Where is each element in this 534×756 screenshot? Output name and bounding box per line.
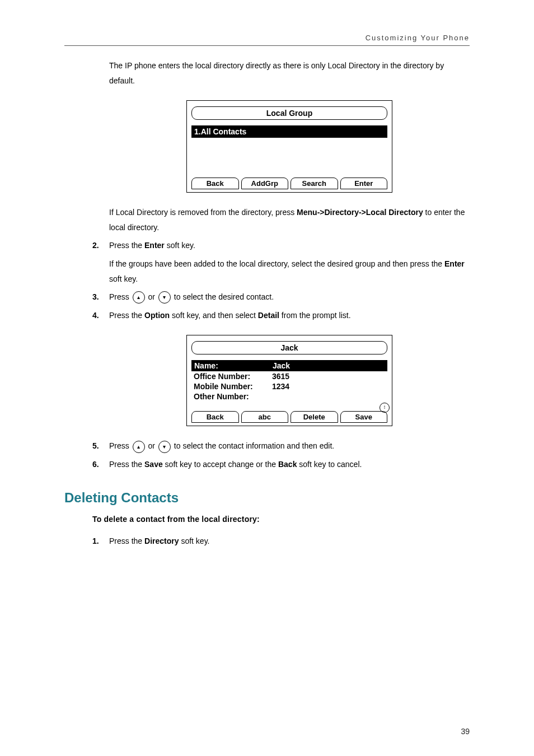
lcd-field-row: Mobile Number:1234	[191, 381, 387, 391]
softkey-back: Back	[191, 178, 239, 189]
bold-term: Enter	[444, 259, 465, 268]
bold-term: Directory	[144, 536, 179, 545]
section-heading-deleting-contacts: Deleting Contacts	[64, 490, 470, 506]
step-item: 2.Press the Enter soft key.If the groups…	[64, 238, 470, 286]
header-rule	[64, 45, 470, 46]
lcd-field-row: Other Number:	[191, 391, 387, 402]
step-number: 3.	[92, 290, 99, 305]
step-number: 6.	[92, 457, 99, 472]
lcd-field-row: Name:Jack	[191, 360, 387, 371]
step-text: Press the Enter soft key.	[109, 241, 195, 250]
figure-contact-detail: Jack Name:JackOffice Number:3615Mobile N…	[109, 335, 470, 426]
lcd-softkeys: BackabcDeleteSave	[191, 410, 387, 422]
bold-term: Detail	[258, 311, 279, 320]
bold-term: Save	[144, 460, 163, 469]
bold-term: Option	[144, 311, 170, 320]
nav-down-icon: ▾	[158, 291, 171, 304]
step-item: 4.Press the Option soft key, and then se…	[64, 308, 470, 323]
nav-up-icon: ▴	[133, 441, 145, 453]
lcd-field-value	[272, 392, 385, 401]
after-figure1-paragraph: If Local Directory is removed from the d…	[109, 205, 470, 235]
lcd-field-value: 3615	[272, 372, 385, 381]
menu-path: Menu->Directory->Local Directory	[297, 208, 423, 217]
lcd-screen-1: Local Group 1.All Contacts BackAddGrpSea…	[186, 100, 392, 193]
figure-local-group: Local Group 1.All Contacts BackAddGrpSea…	[109, 100, 470, 193]
step-number: 1.	[92, 534, 99, 549]
bold-term: Enter	[144, 241, 165, 250]
step-text: Press the Save soft key to accept change…	[109, 460, 362, 469]
lcd-field-label: Name:	[194, 361, 273, 370]
step-text: Press the Directory soft key.	[109, 536, 209, 545]
step-item: 6.Press the Save soft key to accept chan…	[64, 457, 470, 472]
softkey-addgrp: AddGrp	[241, 178, 289, 189]
step-item: 3.Press ▴ or ▾ to select the desired con…	[64, 290, 470, 305]
subheading: To delete a contact from the local direc…	[92, 515, 470, 524]
steps-list-c: 1.Press the Directory soft key.	[64, 534, 470, 549]
step-body: If the groups have been added to the loc…	[109, 256, 470, 286]
lcd-field-label: Mobile Number:	[194, 382, 272, 391]
lcd-body: Name:JackOffice Number:3615Mobile Number…	[191, 360, 387, 410]
step-text: Press ▴ or ▾ to select the desired conta…	[109, 292, 274, 301]
lcd-field-label: Office Number:	[194, 372, 272, 381]
step-number: 2.	[92, 238, 99, 253]
softkey-delete: Delete	[291, 411, 338, 423]
lcd-softkeys: BackAddGrpSearchEnter	[191, 177, 387, 189]
step-number: 5.	[92, 438, 99, 454]
lcd-title: Local Group	[191, 106, 387, 120]
step-text: Press ▴ or ▾ to select the contact infor…	[109, 441, 334, 450]
lcd-field-value: Jack	[273, 361, 385, 370]
bold-term: Back	[278, 460, 297, 469]
nav-up-icon: ▴	[133, 291, 145, 304]
steps-list-a: 2.Press the Enter soft key.If the groups…	[64, 238, 470, 323]
softkey-back: Back	[191, 411, 239, 423]
lcd-screen-2: Jack Name:JackOffice Number:3615Mobile N…	[186, 335, 392, 426]
softkey-search: Search	[291, 178, 338, 189]
text-fragment: If Local Directory is removed from the d…	[109, 208, 297, 217]
nav-down-icon: ▾	[158, 441, 171, 453]
intro-text: The IP phone enters the local directory …	[109, 58, 470, 88]
lcd-field-label: Other Number:	[194, 392, 272, 401]
softkey-abc: abc	[241, 411, 289, 423]
softkey-save: Save	[340, 411, 388, 423]
running-head: Customizing Your Phone	[64, 34, 470, 45]
step-item: 5.Press ▴ or ▾ to select the contact inf…	[64, 438, 470, 454]
page-number: 39	[461, 727, 470, 736]
intro-paragraph: The IP phone enters the local directory …	[109, 58, 470, 88]
lcd-field-value: 1234	[272, 382, 385, 391]
lcd-title: Jack	[191, 341, 387, 354]
softkey-enter: Enter	[340, 178, 388, 189]
step-text: Press the Option soft key, and then sele…	[109, 311, 351, 320]
step-number: 4.	[92, 308, 99, 323]
lcd-field-row: Office Number:3615	[191, 371, 387, 381]
steps-list-b: 5.Press ▴ or ▾ to select the contact inf…	[64, 438, 470, 472]
lcd-selected-item: 1.All Contacts	[191, 125, 387, 138]
step-item: 1.Press the Directory soft key.	[64, 534, 470, 549]
